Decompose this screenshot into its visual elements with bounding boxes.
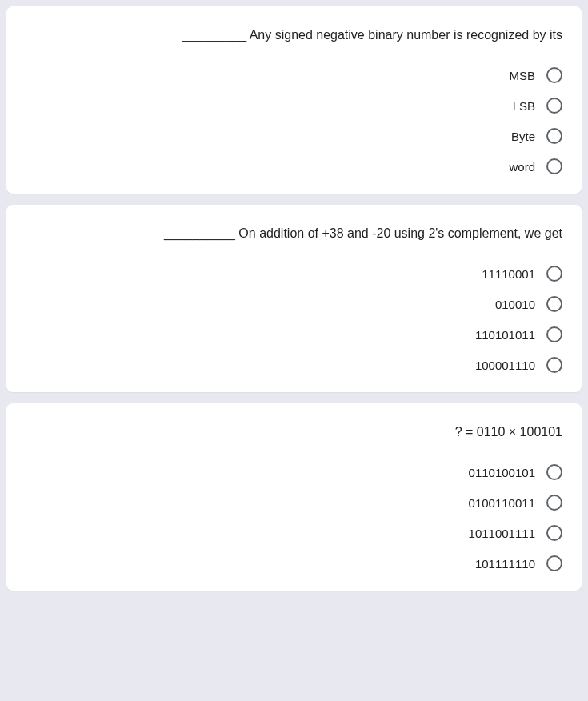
option-label: LSB [513,99,535,113]
question-card-2: __________ On addition of +38 and -20 us… [6,205,582,392]
question-text: ? = 0110 × 100101 [26,423,562,442]
option-row[interactable]: 110101011 [475,326,562,342]
radio-button[interactable] [546,158,562,174]
radio-button[interactable] [546,555,562,571]
radio-button[interactable] [546,128,562,144]
option-row[interactable]: 101111110 [475,555,562,571]
option-row[interactable]: 010010 [495,296,562,312]
options-container: 11110001 010010 110101011 100001110 [26,266,562,373]
option-label: 110101011 [475,328,535,342]
option-label: 0110100101 [469,466,535,479]
radio-button[interactable] [546,67,562,83]
radio-button[interactable] [546,464,562,480]
radio-button[interactable] [546,495,562,511]
option-row[interactable]: MSB [509,67,562,83]
option-label: 010010 [495,298,535,311]
option-label: 1011001111 [469,527,535,540]
radio-button[interactable] [546,296,562,312]
question-card-1: _________ Any signed negative binary num… [6,6,582,194]
question-card-3: ? = 0110 × 100101 0110100101 0100110011 … [6,403,582,591]
radio-button[interactable] [546,525,562,541]
option-label: 0100110011 [469,496,535,510]
option-row[interactable]: Byte [511,128,562,144]
option-label: MSB [509,69,535,82]
option-row[interactable]: word [509,158,562,174]
radio-button[interactable] [546,266,562,282]
option-row[interactable]: 11110001 [482,266,562,282]
option-label: 101111110 [475,557,535,571]
option-row[interactable]: 0100110011 [469,495,562,511]
option-row[interactable]: 0110100101 [469,464,562,480]
option-row[interactable]: LSB [513,98,562,114]
option-label: word [509,160,535,174]
radio-button[interactable] [546,357,562,373]
radio-button[interactable] [546,98,562,114]
option-label: Byte [511,130,535,143]
option-row[interactable]: 1011001111 [469,525,562,541]
radio-button[interactable] [546,326,562,342]
options-container: 0110100101 0100110011 1011001111 1011111… [26,464,562,571]
options-container: MSB LSB Byte word [26,67,562,174]
question-text: __________ On addition of +38 and -20 us… [26,224,562,243]
question-text: _________ Any signed negative binary num… [26,26,562,45]
option-label: 11110001 [482,267,535,281]
option-label: 100001110 [475,359,535,372]
option-row[interactable]: 100001110 [475,357,562,373]
